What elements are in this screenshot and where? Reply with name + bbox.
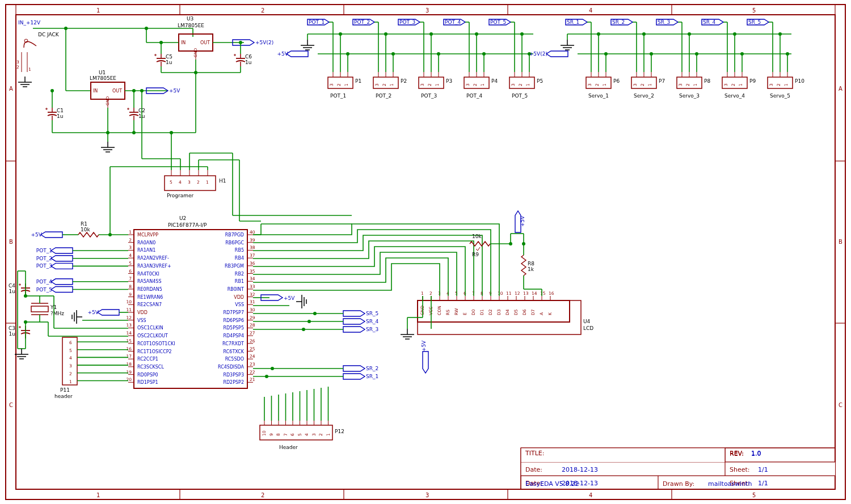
svg-point-412 [24, 320, 27, 324]
svg-text:18: 18 [126, 362, 132, 367]
svg-text:RE0RDAN5: RE0RDAN5 [137, 287, 162, 292]
svg-text:C: C [9, 402, 13, 408]
svg-text:14: 14 [532, 291, 537, 296]
svg-text:21: 21 [250, 377, 255, 382]
svg-text:14: 14 [126, 331, 132, 336]
svg-text:IN: IN [181, 40, 186, 45]
c2: C21u [127, 108, 145, 120]
svg-text:1: 1 [129, 230, 132, 235]
svg-text:Servo_5: Servo_5 [770, 93, 790, 99]
svg-text:31: 31 [250, 299, 255, 304]
svg-text:5: 5 [752, 492, 756, 498]
svg-text:2: 2 [429, 291, 432, 296]
svg-text:3: 3 [16, 60, 19, 65]
svg-point-123 [384, 32, 387, 36]
svg-text:P11: P11 [60, 387, 70, 393]
svg-text:12: 12 [515, 291, 520, 296]
svg-text:4: 4 [589, 492, 592, 498]
svg-text:30: 30 [250, 307, 255, 312]
svg-text:36: 36 [250, 261, 255, 266]
svg-text:POT_3: POT_3 [36, 263, 52, 269]
svg-text:MCLRVPP: MCLRVPP [137, 232, 158, 238]
svg-text:2: 2 [595, 83, 600, 86]
svg-text:POT_2: POT_2 [36, 256, 52, 261]
svg-text:VDD: VDD [137, 310, 148, 315]
svg-text:SR_3: SR_3 [658, 19, 670, 25]
svg-text:Sheet:: Sheet: [730, 466, 750, 473]
svg-text:Servo_1: Servo_1 [588, 93, 609, 99]
svg-text:RC4SDISDA: RC4SDISDA [218, 365, 245, 370]
svg-text:P8: P8 [704, 78, 710, 84]
svg-text:REV:: REV: [730, 450, 744, 457]
svg-text:POT_4: POT_4 [36, 279, 53, 285]
svg-text:RB5: RB5 [235, 248, 244, 253]
svg-point-135 [429, 32, 433, 36]
svg-text:header: header [54, 393, 73, 399]
svg-text:Servo_2: Servo_2 [634, 93, 654, 99]
svg-point-249 [140, 89, 144, 92]
svg-text:7: 7 [283, 433, 288, 436]
svg-text:P2: P2 [401, 78, 407, 84]
svg-point-159 [520, 32, 524, 36]
svg-text:RB2: RB2 [235, 272, 244, 277]
svg-text:LM7805EE: LM7805EE [90, 75, 116, 81]
svg-text:3: 3 [511, 83, 516, 86]
svg-point-566 [302, 328, 305, 331]
svg-text:+5V: +5V [169, 88, 180, 94]
svg-text:+5V(2): +5V(2) [255, 40, 273, 45]
svg-point-567 [271, 367, 274, 370]
svg-point-564 [313, 312, 317, 315]
net-in12v: IN_+12V [18, 20, 41, 26]
svg-text:3: 3 [426, 492, 429, 498]
svg-text:17: 17 [126, 354, 132, 359]
svg-text:+5V: +5V [284, 295, 295, 301]
svg-text:D6: D6 [522, 309, 527, 315]
svg-text:A: A [539, 312, 544, 315]
svg-text:SR_5: SR_5 [748, 19, 761, 25]
svg-text:C5: C5 [166, 54, 172, 60]
svg-text:1: 1 [389, 83, 394, 86]
svg-text:3: 3 [129, 245, 132, 250]
svg-text:5: 5 [69, 348, 72, 353]
svg-text:D0: D0 [471, 309, 476, 315]
svg-text:OUT: OUT [112, 88, 122, 94]
svg-text:H1: H1 [219, 178, 226, 184]
svg-point-201 [695, 52, 698, 56]
r8: R81k [521, 255, 534, 276]
svg-text:POT_2: POT_2 [376, 93, 391, 99]
svg-text:10: 10 [498, 291, 503, 296]
svg-text:29: 29 [250, 315, 255, 320]
svg-text:P12: P12 [335, 429, 344, 434]
power-section: IN_+12V DC JACK 23 1 U1 LM7805EE IN OUT … [16, 16, 273, 152]
svg-text:SR_1: SR_1 [366, 374, 378, 379]
u3-lm7805: U3 LM7805EE IN OUT GND [178, 16, 213, 60]
svg-text:3: 3 [426, 7, 429, 14]
svg-text:RB3PGM: RB3PGM [225, 264, 244, 269]
svg-text:POT_1: POT_1 [36, 248, 52, 253]
svg-text:Date:: Date: [525, 466, 542, 473]
svg-text:CON: CON [437, 306, 442, 315]
svg-text:1: 1 [96, 7, 100, 14]
svg-text:1: 1 [480, 83, 485, 86]
svg-text:C1: C1 [57, 108, 64, 113]
svg-text:P6: P6 [613, 78, 620, 84]
svg-text:22: 22 [250, 370, 255, 375]
svg-text:3: 3 [465, 83, 470, 86]
svg-text:2018-12-13: 2018-12-13 [562, 466, 598, 473]
svg-text:3: 3 [769, 83, 774, 86]
svg-text:7: 7 [129, 276, 132, 281]
svg-point-568 [265, 375, 268, 378]
svg-point-245 [170, 131, 173, 134]
svg-point-225 [786, 52, 789, 56]
lcd: U4 LCD [418, 300, 593, 334]
svg-text:1: 1 [693, 83, 698, 86]
svg-text:8: 8 [129, 284, 132, 289]
svg-text:POT_5: POT_5 [512, 93, 528, 99]
svg-text:D7: D7 [530, 309, 536, 315]
mcu-part: PIC16F877A-I/P [168, 222, 207, 228]
svg-text:10k: 10k [81, 227, 90, 232]
svg-text:P9: P9 [749, 78, 756, 84]
svg-text:27: 27 [250, 331, 255, 336]
svg-point-199 [688, 32, 691, 36]
svg-text:RA0AN0: RA0AN0 [137, 240, 155, 245]
